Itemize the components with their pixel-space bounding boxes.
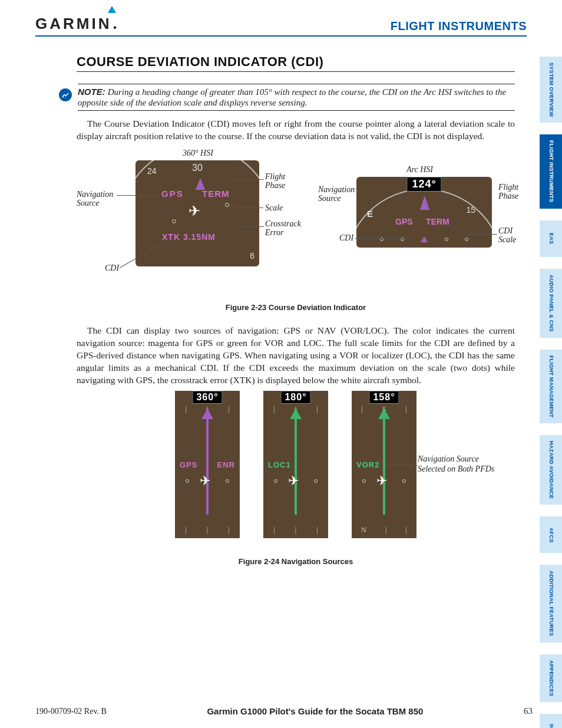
arc-heading: 124° bbox=[406, 177, 441, 192]
tab-appendices[interactable]: APPENDICES bbox=[540, 654, 562, 703]
callout-scale: Scale bbox=[265, 203, 283, 212]
hsi360-xtk-label: XTK 3.15NM bbox=[162, 232, 216, 242]
footer-title: Garmin G1000 Pilot's Guide for the Socat… bbox=[207, 706, 423, 716]
doc-id: 190-00709-02 Rev. B bbox=[35, 707, 107, 716]
note-icon bbox=[59, 88, 72, 101]
hsi-360-display: 30 24 6 GPS TERM ✈ XTK 3.15NM bbox=[135, 160, 259, 266]
hsi-strip-gps: 360° ||| GPS ENR ✈ ||| bbox=[175, 391, 240, 538]
hsi-arc-display: 124° E 15 GPS TERM bbox=[356, 177, 492, 248]
tab-hazard[interactable]: HAZARD AVOIDANCE bbox=[540, 435, 562, 505]
tab-system-overview[interactable]: SYSTEM OVERVIEW bbox=[540, 57, 562, 123]
paragraph-2: The CDI can display two sources of navig… bbox=[77, 325, 515, 387]
tab-eas[interactable]: EAS bbox=[540, 220, 562, 257]
fig24-caption: Figure 2-24 Navigation Sources bbox=[77, 557, 515, 566]
arc-gps-label: GPS bbox=[395, 217, 413, 226]
page-heading: COURSE DEVIATION INDICATOR (CDI) bbox=[77, 54, 515, 72]
section-title: FLIGHT INSTRUMENTS bbox=[391, 19, 527, 33]
callout-cdi-scale: CDI Scale bbox=[498, 226, 516, 245]
figure-2-24: 360° ||| GPS ENR ✈ ||| 180° ||| LOC1 ✈ |… bbox=[77, 391, 515, 550]
callout-flight-phase-2: Flight Phase bbox=[498, 183, 518, 201]
callout-nav-source-1: Navigation Source bbox=[77, 190, 113, 208]
fig24-callout: Navigation Source Selected on Both PFDs bbox=[418, 454, 497, 473]
brand-logo: GARMIN. bbox=[35, 14, 117, 33]
figure-2-23: 360° HSI Arc HSI 30 24 6 GPS TERM ✈ XTK … bbox=[77, 149, 515, 296]
note-block: NOTE: During a heading change of greater… bbox=[77, 84, 515, 111]
tab-additional[interactable]: ADDITIONAL FEATURES bbox=[540, 565, 562, 642]
aircraft-icon: ✈ bbox=[189, 203, 200, 219]
page-footer: 190-00709-02 Rev. B Garmin G1000 Pilot's… bbox=[35, 706, 533, 716]
page-number: 63 bbox=[524, 706, 533, 716]
hsi360-gps-label: GPS bbox=[161, 189, 184, 199]
fig23-right-title: Arc HSI bbox=[406, 165, 433, 174]
paragraph-1: The Course Deviation Indicator (CDI) mov… bbox=[77, 118, 515, 143]
tab-index[interactable]: INDEX bbox=[540, 714, 562, 728]
aircraft-icon: ✈ bbox=[376, 473, 387, 489]
note-label: NOTE: bbox=[78, 87, 105, 97]
tab-afcs[interactable]: AFCS bbox=[540, 516, 562, 553]
callout-flight-phase-1: Flight Phase bbox=[265, 172, 285, 190]
logo-triangle-icon bbox=[108, 6, 116, 13]
fig23-left-title: 360° HSI bbox=[183, 149, 213, 158]
callout-xtk: Crosstrack Error bbox=[265, 219, 301, 238]
hsi-strip-vor: 158° |S| VOR2 ✈ N|| bbox=[352, 391, 416, 538]
page-header: GARMIN. FLIGHT INSTRUMENTS bbox=[35, 14, 527, 37]
callout-cdi-1: CDI bbox=[105, 263, 119, 272]
hsi360-term-label: TERM bbox=[202, 189, 230, 199]
brand-name: GARMIN bbox=[35, 15, 111, 33]
tab-flight-instruments[interactable]: FLIGHT INSTRUMENTS bbox=[540, 134, 562, 208]
aircraft-icon: ✈ bbox=[200, 473, 210, 489]
tab-flight-mgmt[interactable]: FLIGHT MANAGEMENT bbox=[540, 350, 562, 424]
tab-audio-cns[interactable]: AUDIO PANEL & CNS bbox=[540, 269, 562, 338]
callout-cdi-2: CDI bbox=[339, 233, 353, 242]
aircraft-icon: ✈ bbox=[288, 473, 299, 489]
hsi-strip-loc: 180° ||| LOC1 ✈ ||| bbox=[263, 391, 328, 538]
arc-term-label: TERM bbox=[426, 217, 449, 226]
callout-nav-source-2: Navigation Source bbox=[318, 185, 355, 203]
fig23-caption: Figure 2-23 Course Deviation Indicator bbox=[77, 303, 515, 312]
side-tabs: SYSTEM OVERVIEW FLIGHT INSTRUMENTS EAS A… bbox=[540, 57, 562, 728]
note-text: During a heading change of greater than … bbox=[78, 87, 506, 107]
